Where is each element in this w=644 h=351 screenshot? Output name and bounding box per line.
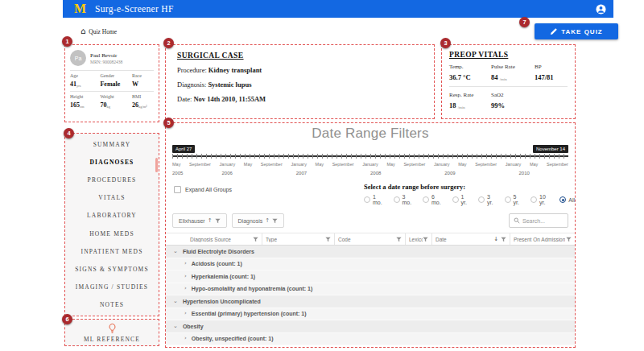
row-caret-icon[interactable] xyxy=(184,286,187,291)
year-tick-label: 2009 xyxy=(444,171,455,176)
breadcrumb-quiz-home[interactable]: ⌂ Quiz Home xyxy=(80,27,117,35)
pencil-icon xyxy=(550,28,557,35)
sidebar-item[interactable]: SUMMARY xyxy=(65,135,159,153)
filter-funnel-icon xyxy=(272,218,278,224)
month-tick-labels: May September January May September Janu… xyxy=(172,159,568,169)
surgical-case-field: Procedure:Kidney transplant xyxy=(177,66,423,74)
slider-track[interactable] xyxy=(172,153,568,159)
take-quiz-label: TAKE QUIZ xyxy=(561,28,603,35)
radio-icon xyxy=(364,196,370,203)
column-header[interactable]: Present On Admission ↓ xyxy=(510,233,575,245)
filter-funnel-icon[interactable] xyxy=(396,237,402,242)
sidebar-item[interactable]: INPATIENT MEDS xyxy=(65,242,159,260)
sidebar-item[interactable]: IMAGING / STUDIES xyxy=(65,279,159,296)
date-range-radio[interactable]: 3 mo. xyxy=(394,194,415,205)
filter-controls: Expand All Groups Select a date range be… xyxy=(166,180,575,209)
slider-end-handle[interactable]: November 14 xyxy=(533,145,568,153)
date-range-radio[interactable]: 1 mo. xyxy=(364,194,386,205)
vital-stat: Temp. 36.7 °C xyxy=(449,64,491,81)
row-caret-icon[interactable] xyxy=(184,274,187,279)
patient-demographics-row: Age 41yrs Gender Female Race W xyxy=(70,73,154,88)
avatar: Pa xyxy=(70,50,86,66)
table-row[interactable]: Obesity xyxy=(166,320,575,333)
column-header[interactable]: Diagnosis Source ↓ xyxy=(166,233,262,245)
annotation-badge-4: 4 xyxy=(64,128,74,138)
month-tick-label: January xyxy=(362,162,378,167)
row-caret-icon[interactable] xyxy=(173,249,178,254)
row-caret-icon[interactable] xyxy=(173,324,178,329)
filter-funnel-icon[interactable] xyxy=(566,237,572,242)
filter-funnel-icon[interactable] xyxy=(423,237,428,242)
column-header[interactable]: Date ↓ xyxy=(432,233,510,245)
sidebar-item[interactable]: LABORATORY xyxy=(65,207,159,225)
sidebar-item[interactable]: HOME MEDS xyxy=(65,225,159,242)
sidebar-nav: SUMMARY DIAGNOSES PROCEDURES VITALS LABO… xyxy=(64,133,159,316)
date-range-options: 1 mo. 3 mo. 6 mo. 1 yr. xyxy=(364,194,575,205)
vitals-row-2: Resp. Rate 18 /min SaO2 99% xyxy=(449,92,568,109)
month-tick-label: September xyxy=(332,162,354,167)
table-row[interactable]: Hyperkalemia (count: 1) xyxy=(166,270,575,283)
annotation-badge-5: 5 xyxy=(163,118,174,128)
divider xyxy=(449,86,568,87)
table-row[interactable]: Fluid Electrolyte Disorders xyxy=(166,246,575,258)
annotation-badge-2: 2 xyxy=(163,38,174,48)
sidebar-item[interactable]: VITALS xyxy=(65,189,159,207)
row-caret-icon[interactable] xyxy=(184,336,187,341)
month-tick-label: May xyxy=(458,162,466,167)
filter-funnel-icon[interactable] xyxy=(501,237,506,242)
date-range-radio[interactable]: 3 yr. xyxy=(478,194,497,205)
row-caret-icon[interactable] xyxy=(184,311,187,316)
expand-all-groups-checkbox[interactable]: Expand All Groups xyxy=(174,186,232,193)
vital-stat: SaO2 99% xyxy=(491,92,535,109)
group-by-chip[interactable]: Diagnosis ↑ xyxy=(232,213,285,228)
radio-icon xyxy=(452,196,459,203)
user-account-icon[interactable] xyxy=(596,3,606,14)
date-range-radio[interactable]: 5 yr. xyxy=(505,194,523,205)
search-icon xyxy=(514,217,520,224)
column-header[interactable]: Code ↓ xyxy=(335,233,406,245)
sidebar-item[interactable]: NOTES xyxy=(65,296,159,314)
slider-start-handle[interactable]: April 27 xyxy=(172,145,195,153)
filter-funnel-icon[interactable] xyxy=(253,237,258,242)
row-caret-icon[interactable] xyxy=(184,261,187,266)
divider xyxy=(70,91,154,92)
sort-descending-icon: ↓ xyxy=(493,237,498,242)
date-range-radio[interactable]: 10 yr. xyxy=(530,194,551,205)
annotation-badge-1: 1 xyxy=(62,36,72,47)
nav-scrollbar-thumb[interactable] xyxy=(155,158,158,172)
filter-funnel-icon[interactable] xyxy=(325,237,331,242)
annotation-badge-6: 6 xyxy=(62,314,72,324)
date-range-radio[interactable]: 6 mo. xyxy=(423,194,444,205)
sort-ascending-icon: ↑ xyxy=(265,217,270,224)
column-header[interactable]: Lexicon ↓ xyxy=(406,233,432,245)
date-range-radio[interactable]: All xyxy=(559,196,575,203)
vital-stat: Resp. Rate 18 /min xyxy=(449,92,491,109)
preop-vitals-title: PREOP VITALS xyxy=(449,51,568,59)
date-range-filters-panel: Date Range Filters April 27 November 14 … xyxy=(165,122,576,348)
table-row[interactable]: Essential (primary) hypertension (count:… xyxy=(166,308,575,321)
app-header-bar: M Surg-e-Screener HF xyxy=(63,0,613,18)
month-tick-label: January xyxy=(506,162,522,167)
table-search-box[interactable] xyxy=(509,213,568,228)
table-row[interactable]: Obesity, unspecified (count: 1) xyxy=(166,333,575,346)
month-tick-label: January xyxy=(220,162,236,167)
column-header[interactable]: Type ↓ xyxy=(262,233,335,245)
ml-reference-panel[interactable]: ML REFERENCE xyxy=(64,319,159,346)
table-row[interactable]: Hypo-osmolality and hyponatremia (count:… xyxy=(166,283,575,296)
month-tick-label: September xyxy=(403,162,425,167)
sidebar-item[interactable]: PROCEDURES xyxy=(65,171,159,188)
sidebar-item[interactable]: SIGNS & SYMPTOMS xyxy=(65,260,159,278)
patient-mrn: MRN: 900082438 xyxy=(90,60,122,64)
table-row[interactable]: Acidosis (count: 1) xyxy=(166,258,575,271)
sidebar-item[interactable]: DIAGNOSES xyxy=(65,153,159,171)
row-caret-icon[interactable] xyxy=(173,299,178,304)
date-range-radio[interactable]: 1 yr. xyxy=(452,194,471,205)
month-tick-label: May xyxy=(386,162,394,167)
radio-icon xyxy=(559,196,566,203)
month-tick-label: May xyxy=(316,162,324,167)
search-input[interactable] xyxy=(522,218,564,224)
group-by-chip[interactable]: Elixhauser ↑ xyxy=(172,213,227,228)
table-row[interactable]: Hypertension Uncomplicated xyxy=(166,295,575,308)
diagnosis-table-body: Fluid Electrolyte Disorders Acidosis (co… xyxy=(166,246,575,345)
take-quiz-button[interactable]: TAKE QUIZ xyxy=(535,23,618,39)
